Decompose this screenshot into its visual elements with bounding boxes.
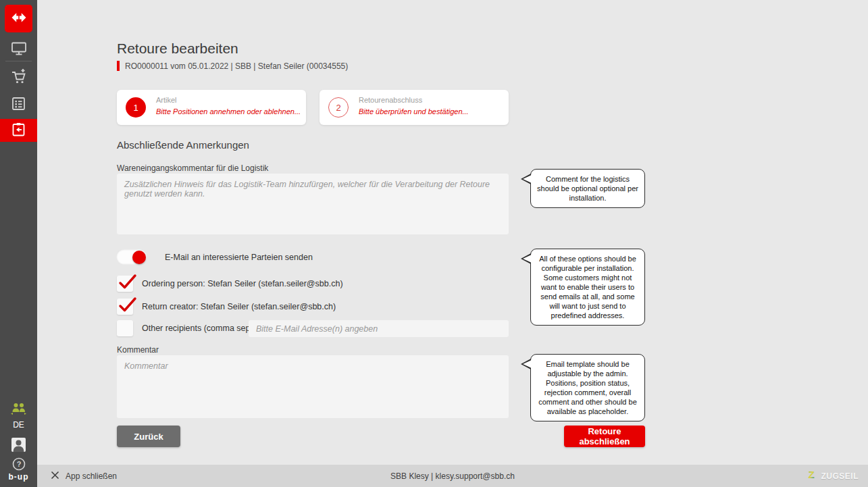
zugseil-z-icon: Z	[808, 469, 818, 482]
meta-accent-bar	[117, 61, 120, 71]
email-toggle-label: E-Mail an interessierte Parteien senden	[165, 253, 313, 262]
sidebar-item-returns[interactable]	[0, 119, 37, 142]
checkbox-ordering-person[interactable]	[117, 276, 133, 292]
language-selector[interactable]: DE	[0, 420, 37, 430]
sbb-logo[interactable]	[5, 5, 32, 32]
checkbox-other-recipients[interactable]	[117, 320, 133, 336]
monitor-icon	[10, 40, 28, 60]
checkmark-icon	[118, 274, 136, 291]
cart-add-icon	[9, 68, 28, 88]
step-hint-1: Bitte Positionen annehmen oder ablehnen.…	[156, 107, 301, 116]
sidebar-item-cart[interactable]	[0, 66, 37, 89]
other-recipients-input[interactable]	[249, 320, 509, 337]
annotation-bubble-email-options: All of these options should be configura…	[530, 249, 645, 326]
zugseil-logo: Z ZUGSEIL	[808, 465, 859, 487]
logistics-comment-label: Wareneingangskommentar für die Logistik	[117, 163, 268, 173]
step-number-1: 1	[126, 97, 146, 118]
sidebar-bottom-logo: b-up	[0, 472, 37, 482]
step-number-2: 2	[328, 97, 349, 118]
team-icon	[9, 401, 28, 419]
step-card-artikel[interactable]: 1 Artikel Bitte Positionen annehmen oder…	[117, 90, 306, 125]
email-toggle[interactable]	[116, 249, 147, 265]
sidebar-item-dashboard[interactable]	[0, 39, 37, 61]
comment-textarea[interactable]	[117, 355, 509, 418]
sidebar-item-orders[interactable]	[0, 93, 37, 116]
recipient-row-return-creator[interactable]: Return creator: Stefan Seiler (stefan.se…	[117, 299, 336, 315]
sidebar-divider	[5, 61, 32, 61]
annotation-bubble-logistics: Comment for the logistics should be opti…	[530, 169, 645, 208]
email-toggle-knob	[132, 251, 146, 264]
recipient-label: Return creator: Stefan Seiler (stefan.se…	[142, 302, 336, 311]
checkbox-return-creator[interactable]	[117, 299, 133, 315]
step-label-2: Retourenabschluss	[359, 96, 422, 104]
annotation-bubble-email-template: Email template should be adjustable by t…	[530, 354, 645, 421]
finish-return-button[interactable]: Retoure abschließen	[564, 426, 645, 447]
footer-bar: App schließen SBB Klesy | klesy.support@…	[37, 465, 868, 487]
sidebar-item-team[interactable]	[0, 399, 37, 421]
step-card-retourenabschluss[interactable]: 2 Retourenabschluss Bitte überprüfen und…	[320, 90, 509, 125]
avatar-icon	[10, 436, 27, 456]
recipient-row-ordering-person[interactable]: Ordering person: Stefan Seiler (stefan.s…	[117, 276, 343, 292]
sbb-logo-icon	[9, 7, 29, 30]
comment-label: Kommentar	[117, 345, 159, 355]
svg-text:?: ?	[16, 460, 21, 468]
email-toggle-row[interactable]: E-Mail an interessierte Parteien senden	[116, 249, 313, 265]
recipient-label: Ordering person: Stefan Seiler (stefan.s…	[142, 279, 343, 288]
order-list-icon	[10, 95, 27, 115]
support-contact: SBB Klesy | klesy.support@sbb.ch	[37, 465, 868, 487]
sidebar: DE ? b-up	[0, 0, 37, 487]
section-title: Abschließende Anmerkungen	[117, 139, 249, 151]
step-label-1: Artikel	[156, 96, 177, 104]
svg-text:Z: Z	[809, 469, 815, 480]
zugseil-wordmark: ZUGSEIL	[821, 471, 859, 481]
meta-text: RO0000011 vom 05.01.2022 | SBB | Stefan …	[125, 61, 348, 71]
page-meta: RO0000011 vom 05.01.2022 | SBB | Stefan …	[117, 61, 348, 71]
step-hint-2: Bitte überprüfen und bestätigen...	[359, 107, 469, 116]
back-button[interactable]: Zurück	[117, 426, 180, 447]
page-title: Retoure bearbeiten	[117, 41, 238, 57]
return-box-icon	[10, 121, 27, 140]
logistics-comment-textarea[interactable]	[117, 174, 509, 234]
checkmark-icon	[118, 297, 136, 314]
